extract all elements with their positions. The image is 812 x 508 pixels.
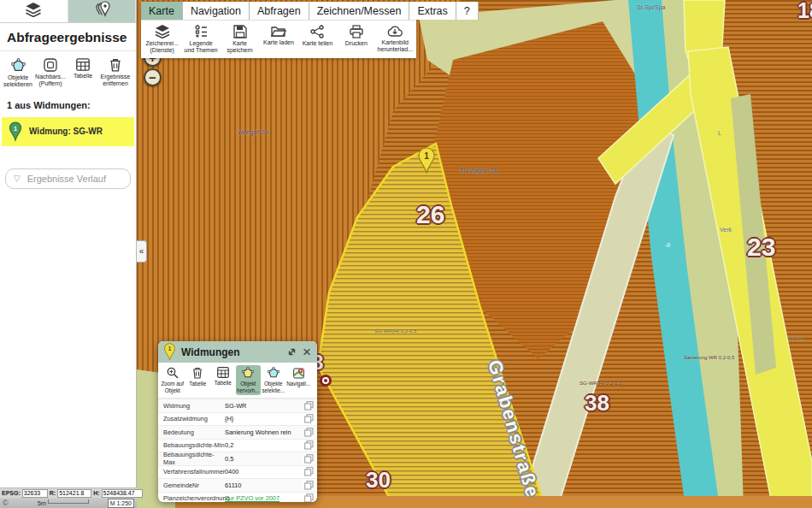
navigate-icon — [293, 367, 304, 379]
layers-icon — [25, 3, 42, 21]
table-row: Verfahrensfallnummer 0400 — [158, 465, 317, 479]
r-coordinate-input[interactable] — [57, 489, 91, 498]
tab-extras[interactable]: Extras — [409, 2, 456, 20]
zone-label: SG-W — [789, 336, 803, 341]
close-icon[interactable]: × — [303, 345, 311, 359]
copyright-icon[interactable]: © — [3, 499, 9, 507]
zoom-to-object-button[interactable]: Zoom auf Objekt — [160, 365, 185, 395]
buffer-icon — [44, 58, 57, 72]
tab-navigation[interactable]: Navigation — [183, 2, 250, 20]
popup-pin-icon: 1 — [163, 343, 176, 361]
zone-label: L — [718, 130, 721, 136]
select-objects-icon — [11, 58, 26, 73]
tab-zeichnen-messen[interactable]: Zeichnen/Messen — [309, 2, 410, 20]
highlight-object-button[interactable]: Objekt hervorh... — [236, 365, 262, 395]
select-objects-button[interactable]: Objekte selektieren — [2, 56, 34, 91]
cloud-download-icon — [387, 25, 403, 38]
open-icon — [271, 25, 286, 38]
zone-label: St-Spi/Spa — [637, 4, 665, 10]
result-list-item[interactable]: 1 Widmung: SG-WR — [2, 117, 134, 146]
table-row: Zusatzwidmung {H} — [158, 412, 317, 426]
copy-icon[interactable] — [304, 493, 314, 502]
menu-panel: Karte Navigation Abfragen Zeichnen/Messe… — [141, 2, 416, 58]
svg-text:1: 1 — [424, 151, 429, 161]
triangle-down-icon: ▽ — [14, 174, 21, 183]
share-icon — [310, 25, 324, 38]
h-coordinate-input[interactable] — [102, 489, 143, 498]
tab-help[interactable]: ? — [456, 2, 479, 20]
result-label: Widmung: SG-WR — [29, 127, 103, 136]
table-button[interactable]: Tabelle — [67, 56, 99, 91]
results-sidebar: Abfrageergebnisse Objekte selektieren Na… — [0, 0, 137, 508]
save-icon — [233, 25, 247, 38]
map-scale: M 1:250 — [108, 499, 134, 508]
trash-icon — [109, 58, 121, 72]
expand-icon[interactable] — [286, 346, 297, 357]
copy-icon[interactable] — [304, 454, 314, 464]
epsg-input[interactable] — [22, 489, 48, 498]
zoom-out-button[interactable]: − — [144, 68, 162, 86]
sidebar-toolbar: Objekte selektieren Nachbars... (Puffern… — [0, 51, 136, 92]
zone-label: Sto.Wagner-Str. — [460, 168, 499, 174]
menu-toolbar: Zeichenrei... (Dienste) Legende und Them… — [141, 21, 416, 58]
coordinate-row: EPSG: R: H: — [0, 487, 137, 498]
zone-label: SG-WR(H) 0,2-0,5 — [580, 381, 621, 386]
parcel-number: 23 — [747, 234, 775, 260]
copy-icon[interactable] — [304, 414, 314, 423]
attribute-table: Widmung SG-WR Zusatzwidmung {H} Bedeutun… — [158, 399, 317, 502]
tab-karte[interactable]: Karte — [141, 2, 183, 20]
zone-label: Verk — [720, 227, 732, 233]
share-map-button[interactable]: Karte teilen — [298, 23, 337, 56]
buffer-neighbours-button[interactable]: Nachbars... (Puffern) — [34, 56, 67, 91]
popup-header[interactable]: 1 Widmungen × — [158, 341, 317, 363]
pzvo-link[interactable]: Zur PZVO vor 2007 — [225, 494, 304, 502]
highlight-object-icon — [242, 367, 254, 379]
zone-label: SG-WR(H) 0,2-0,5 — [374, 328, 416, 334]
save-map-button[interactable]: Karte speichern — [221, 23, 259, 56]
drawing-order-button[interactable]: Zeichenrei... (Dienste) — [143, 23, 181, 56]
remove-results-button[interactable]: Ergebnisse entfernen — [99, 56, 132, 91]
navigate-button[interactable]: Navigati... — [286, 365, 312, 395]
table-icon — [217, 367, 229, 378]
legend-icon — [194, 25, 208, 38]
table-button[interactable]: Tabelle — [210, 365, 236, 395]
result-pin[interactable]: 1 — [417, 147, 436, 174]
copy-icon[interactable] — [304, 481, 314, 490]
print-button[interactable]: Drucken — [337, 23, 375, 56]
table-row: Planzeichenverordnung Zur PZVO vor 2007 — [158, 492, 317, 502]
copy-icon[interactable] — [304, 428, 314, 437]
results-history-toggle[interactable]: ▽ Ergebnisse Verlauf — [5, 168, 131, 189]
download-map-image-button[interactable]: Kartenbild herunterlad... — [376, 23, 415, 56]
zone-label: Sanierung WR 0,2-0,5 — [684, 355, 734, 360]
svg-text:1: 1 — [168, 345, 171, 352]
load-map-button[interactable]: Karte laden — [259, 23, 297, 56]
query-results-pins-icon — [92, 1, 111, 21]
select-objects-button[interactable]: Objekte selektie... — [261, 365, 286, 395]
copy-icon[interactable] — [304, 401, 314, 411]
menu-tab-bar: Karte Navigation Abfragen Zeichnen/Messe… — [141, 2, 416, 21]
parcel-number: 38 — [585, 392, 609, 414]
popup-title: Widmungen — [181, 346, 281, 358]
tab-layers[interactable] — [0, 0, 68, 22]
result-pin-icon: 1 — [9, 121, 22, 142]
trash-icon — [192, 367, 203, 379]
widmungen-popup: 1 Widmungen × Zoom auf Objekt Tabelle — [158, 341, 317, 502]
parcel-number: 26 — [416, 202, 444, 227]
print-icon — [350, 25, 363, 38]
remove-result-button[interactable]: Tabelle — [185, 365, 211, 395]
zone-label: Weingart-Str. — [238, 129, 270, 135]
scale-row: © 5m M 1:250 — [0, 498, 137, 508]
sidebar-collapse-handle[interactable]: « — [137, 240, 147, 263]
copy-icon[interactable] — [304, 467, 314, 476]
legend-themes-button[interactable]: Legende und Themen — [181, 23, 220, 56]
table-row: GemeindeNr 61110 — [158, 478, 317, 492]
copy-icon[interactable] — [304, 440, 314, 450]
table-row: Bebauungsdichte-Min 0,2 — [158, 439, 317, 452]
tab-query-results[interactable] — [68, 0, 137, 22]
boundary-marker-icon — [320, 375, 332, 387]
scale-bar — [48, 499, 89, 504]
status-bar: EPSG: R: H: © 5m M 1:250 — [0, 487, 137, 508]
magnifier-plus-icon — [167, 367, 179, 379]
popup-toolbar: Zoom auf Objekt Tabelle Tabelle Objekt h… — [158, 363, 317, 399]
tab-abfragen[interactable]: Abfragen — [250, 2, 309, 20]
